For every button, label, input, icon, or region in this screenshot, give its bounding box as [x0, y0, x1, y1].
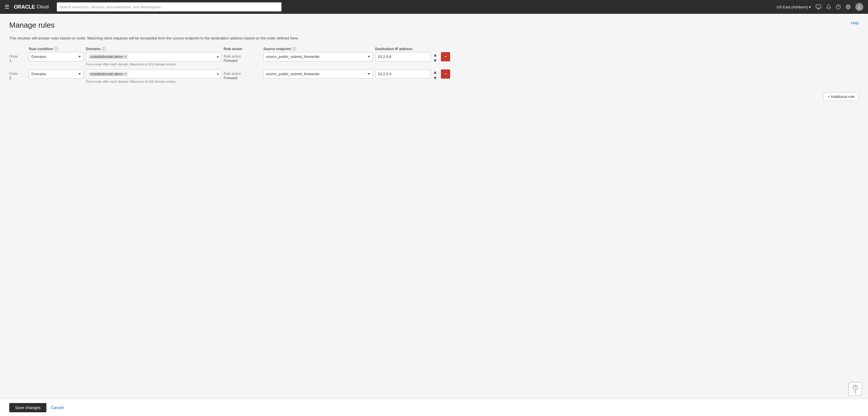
source-endpoint-col-1: ocivcn_public_subnet_forwarder: [264, 52, 373, 61]
delete-rule-button-2[interactable]: −: [441, 69, 450, 78]
domain-input-wrapper-2: ociaddsdomain.demo × ▾ Press enter after…: [86, 69, 221, 83]
domain-hint-1: Press enter after each domain. Maximum o…: [86, 63, 221, 66]
rules-list: Order 1 . Domains ociaddsdomain.demo × ▾…: [9, 52, 859, 83]
rule-condition-select-wrapper-2: Domains: [29, 69, 84, 78]
move-up-button-1[interactable]: ▲: [432, 52, 439, 58]
add-additional-rule-button[interactable]: + Additional rule: [823, 93, 859, 101]
oracle-logo: ORACLE Cloud: [14, 4, 49, 10]
domain-tag-remove-2[interactable]: ×: [124, 72, 126, 76]
rule-action-label-2: Rule action: [224, 72, 261, 76]
cloud-label: Cloud: [37, 4, 49, 9]
ip-actions-col-1: ▲ ▼: [375, 52, 439, 64]
region-chevron-icon: ▾: [809, 5, 811, 9]
region-label: US East (Ashburn): [777, 5, 808, 9]
table-row: Order 1 . Domains ociaddsdomain.demo × ▾…: [9, 52, 859, 66]
domains-header: Domains i: [86, 47, 221, 51]
delete-col-1: −: [441, 52, 455, 61]
rule-condition-header: Rule condition i: [29, 47, 84, 51]
chevron-col-1: ▲ ▼: [432, 52, 439, 64]
svg-rect-0: [816, 5, 821, 8]
domain-tag-2: ociaddsdomain.demo ×: [89, 71, 128, 77]
destination-ip-input-2[interactable]: [375, 69, 431, 78]
ip-input-wrapper-2: [375, 69, 431, 78]
domain-dropdown-icon-1[interactable]: ▾: [217, 55, 219, 59]
rule-action-value-1: Forward: [224, 59, 261, 63]
page-description: This resolver will answer rules based on…: [9, 35, 859, 41]
destination-ip-header: Destination IP address: [375, 47, 439, 51]
domain-dropdown-icon-2[interactable]: ▾: [217, 72, 219, 76]
move-down-button-1[interactable]: ▼: [432, 58, 439, 64]
ip-input-wrapper-1: [375, 52, 431, 61]
additional-rule-row: + Additional rule: [9, 88, 859, 101]
help-link[interactable]: Help: [851, 21, 859, 25]
domain-tag-input-1[interactable]: ociaddsdomain.demo × ▾: [86, 52, 221, 61]
order-label-1: Order 1 .: [9, 52, 27, 63]
notification-bell-icon[interactable]: [826, 4, 831, 9]
domain-tag-remove-1[interactable]: ×: [124, 55, 126, 59]
source-endpoint-info-icon[interactable]: i: [292, 47, 296, 51]
rule-condition-select-1[interactable]: Domains: [29, 52, 84, 61]
domain-tag-input-2[interactable]: ociaddsdomain.demo × ▾: [86, 69, 221, 78]
domains-info-icon[interactable]: i: [102, 47, 106, 51]
order-text-2: Order: [9, 72, 27, 76]
svg-point-5: [859, 5, 860, 7]
region-selector[interactable]: US East (Ashburn) ▾: [777, 5, 811, 9]
page-content: Manage rules Help This resolver will ans…: [0, 14, 868, 399]
page-title: Manage rules: [9, 21, 55, 30]
order-label-2: Order 2 .: [9, 69, 27, 80]
rule-action-text-1: Rule action Forward: [224, 52, 261, 63]
rule-action-col-1: Rule action Forward: [224, 52, 261, 63]
rule-condition-select-wrapper-1: Domains: [29, 52, 84, 61]
page-header: Manage rules Help: [9, 21, 859, 30]
column-headers: Rule condition i Domains i Rule action S…: [9, 47, 859, 51]
delete-col-2: −: [441, 69, 455, 78]
rule-action-text-2: Rule action Forward: [224, 69, 261, 80]
domain-hint-2: Press enter after each domain. Maximum o…: [86, 80, 221, 83]
help-question-icon[interactable]: [836, 4, 841, 9]
domain-tag-1: ociaddsdomain.demo ×: [89, 54, 128, 59]
domain-tag-text-1: ociaddsdomain.demo: [90, 55, 123, 59]
table-row: Order 2 . Domains ociaddsdomain.demo × ▾…: [9, 69, 859, 83]
delete-rule-button-1[interactable]: −: [441, 52, 450, 61]
destination-ip-input-1[interactable]: [375, 52, 431, 61]
domain-input-wrapper-1: ociaddsdomain.demo × ▾ Press enter after…: [86, 52, 221, 66]
domain-tag-text-2: ociaddsdomain.demo: [90, 72, 123, 76]
source-endpoint-header: Source endpoint i: [264, 47, 373, 51]
rule-action-col-2: Rule action Forward: [224, 69, 261, 80]
menu-icon[interactable]: ☰: [5, 4, 9, 10]
ip-actions-col-2: ▲ ▼: [375, 69, 439, 81]
rule-condition-select-2[interactable]: Domains: [29, 69, 84, 78]
topnav: ☰ ORACLE Cloud US East (Ashburn) ▾: [0, 0, 868, 14]
topnav-right: US East (Ashburn) ▾: [777, 3, 863, 11]
globe-icon[interactable]: [845, 4, 851, 9]
rule-action-header: Rule action: [224, 47, 261, 51]
move-up-button-2[interactable]: ▲: [432, 69, 439, 75]
help-widget-dots-icon: ⣿: [854, 390, 857, 393]
source-endpoint-select-1[interactable]: ocivcn_public_subnet_forwarder: [264, 52, 373, 61]
search-bar[interactable]: [57, 2, 282, 11]
order-value-2: 2 .: [9, 76, 27, 80]
cloud-shell-button[interactable]: [815, 4, 821, 10]
move-down-button-2[interactable]: ▼: [432, 75, 439, 81]
chevron-col-2: ▲ ▼: [432, 69, 439, 81]
user-avatar[interactable]: [855, 3, 863, 11]
order-text-1: Order: [9, 55, 27, 59]
order-value-1: 1 .: [9, 59, 27, 63]
rule-action-label-1: Rule action: [224, 55, 261, 59]
source-endpoint-col-2: ocivcn_public_subnet_forwarder: [264, 69, 373, 78]
source-endpoint-select-2[interactable]: ocivcn_public_subnet_forwarder: [264, 69, 373, 78]
help-widget[interactable]: ⣿: [848, 382, 862, 396]
rule-condition-info-icon[interactable]: i: [54, 47, 58, 51]
rule-action-value-2: Forward: [224, 76, 261, 80]
search-input[interactable]: [57, 2, 282, 11]
oracle-wordmark: ORACLE: [14, 4, 35, 10]
